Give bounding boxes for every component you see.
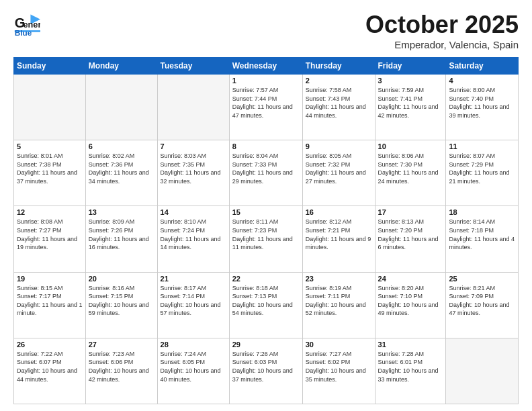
table-row: 3Sunrise: 7:59 AMSunset: 7:41 PMDaylight… — [375, 75, 446, 140]
day-number: 1 — [232, 77, 300, 85]
table-row: 5Sunrise: 8:01 AMSunset: 7:38 PMDaylight… — [14, 140, 86, 206]
day-number: 31 — [378, 340, 443, 349]
day-info: Sunrise: 8:07 AMSunset: 7:29 PMDaylight:… — [449, 152, 515, 185]
day-info: Sunrise: 7:58 AMSunset: 7:43 PMDaylight:… — [306, 86, 372, 120]
table-row: 12Sunrise: 8:08 AMSunset: 7:27 PMDayligh… — [14, 206, 86, 272]
calendar-week-row: 12Sunrise: 8:08 AMSunset: 7:27 PMDayligh… — [14, 206, 519, 272]
table-row: 13Sunrise: 8:09 AMSunset: 7:26 PMDayligh… — [85, 206, 157, 272]
table-row: 22Sunrise: 8:18 AMSunset: 7:13 PMDayligh… — [229, 272, 302, 338]
col-monday: Monday — [85, 58, 157, 75]
logo-icon: G eneral Blue — [13, 11, 40, 40]
col-sunday: Sunday — [14, 58, 86, 75]
day-info: Sunrise: 7:28 AMSunset: 6:01 PMDaylight:… — [378, 350, 443, 383]
logo: G eneral Blue — [13, 11, 43, 40]
day-info: Sunrise: 7:59 AMSunset: 7:41 PMDaylight:… — [378, 86, 443, 120]
calendar-week-row: 19Sunrise: 8:15 AMSunset: 7:17 PMDayligh… — [14, 272, 519, 338]
table-row: 28Sunrise: 7:24 AMSunset: 6:05 PMDayligh… — [157, 338, 229, 404]
day-number: 25 — [449, 275, 515, 283]
day-info: Sunrise: 8:17 AMSunset: 7:14 PMDaylight:… — [161, 284, 226, 318]
day-number: 7 — [161, 142, 226, 150]
table-row: 19Sunrise: 8:15 AMSunset: 7:17 PMDayligh… — [14, 272, 86, 338]
month-title: October 2025 — [365, 11, 519, 39]
svg-text:Blue: Blue — [15, 28, 32, 38]
table-row — [157, 75, 229, 140]
table-row: 1Sunrise: 7:57 AMSunset: 7:44 PMDaylight… — [229, 75, 302, 140]
day-info: Sunrise: 8:02 AMSunset: 7:36 PMDaylight:… — [89, 152, 154, 185]
table-row: 24Sunrise: 8:20 AMSunset: 7:10 PMDayligh… — [375, 272, 446, 338]
day-number: 3 — [378, 77, 443, 85]
table-row: 16Sunrise: 8:12 AMSunset: 7:21 PMDayligh… — [302, 206, 375, 272]
svg-text:eneral: eneral — [24, 19, 40, 30]
day-number: 23 — [306, 275, 372, 283]
day-info: Sunrise: 8:04 AMSunset: 7:33 PMDaylight:… — [232, 152, 300, 185]
day-number: 30 — [306, 340, 372, 349]
col-wednesday: Wednesday — [229, 58, 302, 75]
day-number: 21 — [161, 275, 226, 283]
day-info: Sunrise: 8:16 AMSunset: 7:15 PMDaylight:… — [89, 284, 154, 318]
table-row: 18Sunrise: 8:14 AMSunset: 7:18 PMDayligh… — [446, 206, 519, 272]
table-row: 7Sunrise: 8:03 AMSunset: 7:35 PMDaylight… — [157, 140, 229, 206]
day-number: 5 — [17, 142, 83, 150]
day-number: 28 — [161, 340, 226, 349]
day-number: 18 — [449, 208, 515, 216]
calendar-week-row: 5Sunrise: 8:01 AMSunset: 7:38 PMDaylight… — [14, 140, 519, 206]
day-info: Sunrise: 8:05 AMSunset: 7:32 PMDaylight:… — [306, 152, 372, 185]
day-info: Sunrise: 8:11 AMSunset: 7:23 PMDaylight:… — [232, 218, 300, 251]
day-number: 15 — [232, 208, 300, 216]
calendar-header-row: Sunday Monday Tuesday Wednesday Thursday… — [14, 58, 519, 75]
day-info: Sunrise: 8:06 AMSunset: 7:30 PMDaylight:… — [378, 152, 443, 185]
col-saturday: Saturday — [446, 58, 519, 75]
day-number: 17 — [378, 208, 443, 216]
table-row: 30Sunrise: 7:27 AMSunset: 6:02 PMDayligh… — [302, 338, 375, 404]
day-number: 29 — [232, 340, 300, 349]
day-number: 8 — [232, 142, 300, 150]
col-thursday: Thursday — [302, 58, 375, 75]
day-number: 2 — [306, 77, 372, 85]
table-row: 11Sunrise: 8:07 AMSunset: 7:29 PMDayligh… — [446, 140, 519, 206]
day-number: 22 — [232, 275, 300, 283]
table-row: 10Sunrise: 8:06 AMSunset: 7:30 PMDayligh… — [375, 140, 446, 206]
day-info: Sunrise: 8:20 AMSunset: 7:10 PMDaylight:… — [378, 284, 443, 318]
table-row: 20Sunrise: 8:16 AMSunset: 7:15 PMDayligh… — [85, 272, 157, 338]
day-number: 14 — [161, 208, 226, 216]
col-friday: Friday — [375, 58, 446, 75]
day-info: Sunrise: 8:13 AMSunset: 7:20 PMDaylight:… — [378, 218, 443, 251]
day-info: Sunrise: 7:57 AMSunset: 7:44 PMDaylight:… — [232, 86, 300, 120]
day-number: 12 — [17, 208, 83, 216]
calendar-table: Sunday Monday Tuesday Wednesday Thursday… — [13, 57, 519, 404]
calendar-week-row: 26Sunrise: 7:22 AMSunset: 6:07 PMDayligh… — [14, 338, 519, 404]
day-info: Sunrise: 8:14 AMSunset: 7:18 PMDaylight:… — [449, 218, 515, 251]
day-info: Sunrise: 8:00 AMSunset: 7:40 PMDaylight:… — [449, 86, 515, 120]
table-row: 6Sunrise: 8:02 AMSunset: 7:36 PMDaylight… — [85, 140, 157, 206]
title-block: October 2025 Emperador, Valencia, Spain — [365, 11, 519, 50]
day-number: 11 — [449, 142, 515, 150]
table-row: 29Sunrise: 7:26 AMSunset: 6:03 PMDayligh… — [229, 338, 302, 404]
day-info: Sunrise: 8:18 AMSunset: 7:13 PMDaylight:… — [232, 284, 300, 318]
day-info: Sunrise: 7:23 AMSunset: 6:06 PMDaylight:… — [89, 350, 154, 383]
table-row — [85, 75, 157, 140]
day-info: Sunrise: 8:08 AMSunset: 7:27 PMDaylight:… — [17, 218, 83, 251]
day-info: Sunrise: 8:03 AMSunset: 7:35 PMDaylight:… — [161, 152, 226, 185]
table-row: 27Sunrise: 7:23 AMSunset: 6:06 PMDayligh… — [85, 338, 157, 404]
day-info: Sunrise: 7:27 AMSunset: 6:02 PMDaylight:… — [306, 350, 372, 383]
table-row: 4Sunrise: 8:00 AMSunset: 7:40 PMDaylight… — [446, 75, 519, 140]
table-row: 2Sunrise: 7:58 AMSunset: 7:43 PMDaylight… — [302, 75, 375, 140]
day-info: Sunrise: 8:10 AMSunset: 7:24 PMDaylight:… — [161, 218, 226, 251]
day-info: Sunrise: 7:24 AMSunset: 6:05 PMDaylight:… — [161, 350, 226, 383]
calendar-week-row: 1Sunrise: 7:57 AMSunset: 7:44 PMDaylight… — [14, 75, 519, 140]
table-row: 25Sunrise: 8:21 AMSunset: 7:09 PMDayligh… — [446, 272, 519, 338]
day-number: 13 — [89, 208, 154, 216]
day-info: Sunrise: 7:22 AMSunset: 6:07 PMDaylight:… — [17, 350, 83, 383]
table-row — [446, 338, 519, 404]
header: G eneral Blue October 2025 Emperador, Va… — [13, 11, 519, 50]
day-info: Sunrise: 8:15 AMSunset: 7:17 PMDaylight:… — [17, 284, 83, 318]
day-number: 26 — [17, 340, 83, 349]
table-row: 23Sunrise: 8:19 AMSunset: 7:11 PMDayligh… — [302, 272, 375, 338]
day-number: 9 — [306, 142, 372, 150]
table-row: 26Sunrise: 7:22 AMSunset: 6:07 PMDayligh… — [14, 338, 86, 404]
table-row: 17Sunrise: 8:13 AMSunset: 7:20 PMDayligh… — [375, 206, 446, 272]
day-number: 19 — [17, 275, 83, 283]
day-info: Sunrise: 8:09 AMSunset: 7:26 PMDaylight:… — [89, 218, 154, 251]
day-number: 4 — [449, 77, 515, 85]
col-tuesday: Tuesday — [157, 58, 229, 75]
